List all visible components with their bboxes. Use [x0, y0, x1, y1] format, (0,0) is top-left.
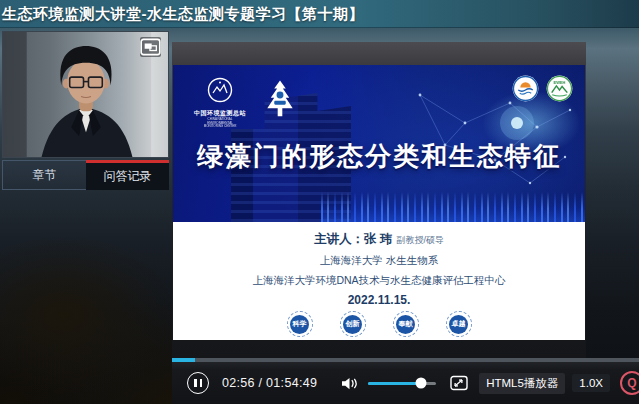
volume-knob[interactable] — [416, 378, 427, 389]
swap-windows-glyph — [140, 37, 161, 57]
pause-icon — [200, 379, 202, 387]
slide-banner: 中国环境监测总站 CHINA NATIONAL ENVIRONMENTAL MO… — [173, 65, 585, 222]
shou-logo — [512, 75, 539, 102]
volume-icon[interactable] — [340, 376, 359, 391]
volume-slider[interactable] — [368, 382, 436, 385]
video-letterbox[interactable]: 中国环境监测总站 CHINA NATIONAL ENVIRONMENTAL MO… — [172, 42, 586, 358]
swap-screen-button[interactable] — [450, 375, 468, 391]
page-title: 生态环境监测大讲堂-水生态监测专题学习【第十期】 — [0, 0, 639, 27]
partner-logos: EWEH — [512, 75, 573, 102]
cnemc-logo: 中国环境监测总站 CHINA NATIONAL ENVIRONMENTAL MO… — [191, 77, 249, 135]
motto-badge: 科学 — [287, 311, 313, 337]
cnemc-name-en: CHINA NATIONAL ENVIRONMENTAL MONITORING … — [203, 118, 238, 128]
pause-icon — [194, 379, 196, 387]
eweh-logo-text: EWEH — [549, 80, 571, 85]
titlebar: 生态环境监测大讲堂-水生态监测专题学习【第十期】 — [0, 0, 639, 28]
speaker-line: 主讲人：张 玮副教授/硕导 — [314, 231, 444, 248]
controls-row: 02:56 / 01:54:49 — [172, 362, 639, 404]
qa-button[interactable]: Q — [620, 371, 639, 395]
motto-badges: 科学 创新 奉献 卓越 — [287, 311, 472, 337]
motto-badge: 卓越 — [446, 311, 472, 337]
swap-video-icon[interactable] — [140, 37, 161, 57]
eweh-logo: EWEH — [546, 75, 573, 102]
tree-logo — [265, 79, 295, 123]
tab-qa-records[interactable]: 问答记录 — [86, 160, 169, 190]
slide-title: 绿藻门的形态分类和生态特征 — [173, 139, 585, 174]
tab-qa-records-label: 问答记录 — [104, 168, 152, 185]
presentation-slide: 中国环境监测总站 CHINA NATIONAL ENVIRONMENTAL MO… — [173, 65, 585, 340]
slide-speaker-panel: 主讲人：张 玮副教授/硕导 上海海洋大学 水生生物系 上海海洋大学环境DNA技术… — [173, 222, 585, 340]
speaker-glyph — [340, 376, 359, 391]
volume-fill — [368, 382, 421, 385]
cnemc-emblem-icon — [207, 77, 233, 103]
tab-chapters[interactable]: 章节 — [2, 160, 86, 190]
tree-logo-icon — [265, 79, 295, 119]
speaker-degree: 副教授/硕导 — [396, 235, 444, 245]
player-type-chip[interactable]: HTML5播放器 — [479, 373, 565, 394]
pause-button[interactable] — [187, 372, 209, 394]
time-display: 02:56 / 01:54:49 — [222, 376, 317, 390]
sidebar-tabs: 章节 问答记录 — [2, 160, 169, 190]
presenter-webcam-video[interactable] — [2, 31, 169, 158]
motto-badge: 创新 — [340, 311, 366, 337]
swap-screen-glyph — [450, 375, 468, 391]
slide-date: 2022.11.15. — [348, 293, 411, 307]
speaker-center: 上海海洋大学环境DNA技术与水生态健康评估工程中心 — [252, 274, 505, 288]
motto-badge: 奉献 — [393, 311, 419, 337]
player-controls: 02:56 / 01:54:49 — [172, 358, 639, 404]
speaker-name: 主讲人：张 玮 — [314, 232, 392, 246]
sidebar: 章节 问答记录 — [0, 28, 170, 404]
webinar-player-page: 生态环境监测大讲堂-水生态监测专题学习【第十期】 — [0, 0, 639, 404]
speaker-department: 上海海洋大学 水生生物系 — [320, 254, 438, 268]
shou-logo-icon — [512, 75, 539, 102]
tab-chapters-label: 章节 — [33, 167, 57, 184]
playback-speed-chip[interactable]: 1.0X — [572, 374, 610, 392]
